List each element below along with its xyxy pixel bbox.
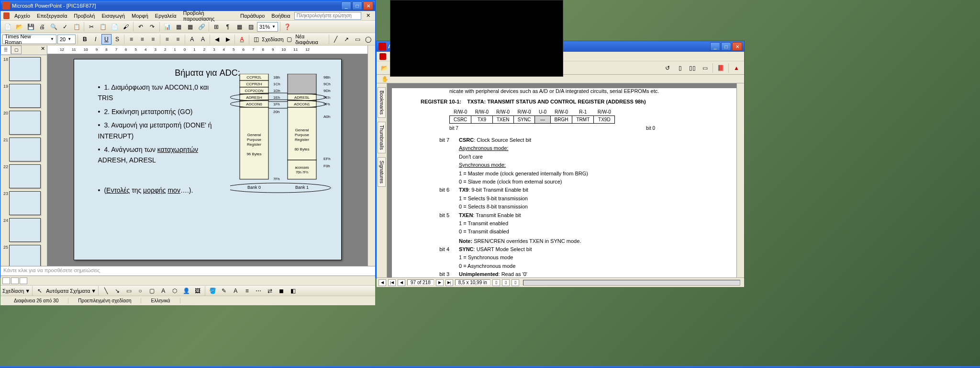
3d-tool[interactable]: ◧ [288, 286, 298, 296]
arrow-tool[interactable]: ↘ [112, 286, 122, 296]
menu-insert[interactable]: Εισαγωγή [99, 12, 128, 20]
page-layout-2-button[interactable]: ▯ [502, 279, 510, 286]
sorter-view-button[interactable] [11, 277, 19, 284]
page-number-field[interactable]: 97 of 218 [407, 279, 434, 286]
bullet-item[interactable]: 2. Εκκίνηση μετατροπής (GO) [98, 106, 218, 117]
help-search-input[interactable] [294, 12, 361, 20]
black-window[interactable] [390, 0, 563, 77]
print-button[interactable]: 🖨 [37, 22, 47, 32]
undo-button[interactable]: ↶ [135, 22, 146, 32]
arrow-style-tool[interactable]: ⇄ [265, 286, 275, 296]
tables-borders-button[interactable]: ▦ [185, 22, 195, 32]
increase-indent-button[interactable]: ▶ [223, 34, 233, 45]
line-color-tool[interactable]: ✎ [219, 286, 229, 296]
paste-button[interactable]: 📄 [109, 22, 120, 32]
pdf-facing-button[interactable]: ▭ [699, 62, 711, 74]
pdf-maximize-button[interactable]: □ [721, 42, 731, 51]
slide-thumbnail[interactable]: 19 [1, 84, 46, 108]
close-button[interactable]: ✕ [363, 1, 373, 10]
menu-close-button[interactable]: ✕ [364, 12, 372, 19]
increase-font-button[interactable]: A [187, 34, 197, 45]
prev-page-button[interactable]: ◀ [398, 279, 405, 286]
thumbnails-tab[interactable]: Thumbnails [378, 122, 386, 153]
minimize-button[interactable]: _ [341, 1, 351, 10]
underline-button[interactable]: U [101, 34, 111, 45]
decrease-indent-button[interactable]: ◀ [212, 34, 222, 45]
copy-button[interactable]: 📋 [98, 22, 108, 32]
slide-bullets[interactable]: 1. Διαμόρφωση των ADCON1,0 και TRIS 2. Ε… [84, 82, 218, 166]
research-button[interactable]: 📋 [71, 22, 82, 32]
pdf-adobe-button[interactable]: ▲ [731, 62, 742, 74]
font-combo[interactable]: Times New Roman▼ [2, 34, 56, 44]
new-slide-icon[interactable]: ▢ [285, 34, 295, 45]
hyperlink-button[interactable]: 🔗 [196, 22, 207, 32]
menu-view[interactable]: Προβολή [71, 12, 98, 20]
line-tool[interactable]: ╲ [100, 286, 111, 296]
clipart-tool[interactable]: 👤 [181, 286, 191, 296]
slide-thumbnail[interactable]: 22 [1, 164, 46, 188]
menu-window[interactable]: Παράθυρο [237, 12, 267, 20]
page-layout-1-button[interactable]: ▯ [492, 279, 500, 286]
dash-style-tool[interactable]: ⋯ [253, 286, 264, 296]
slide-thumbnail[interactable]: 23 [1, 191, 46, 215]
slide-bullets-2[interactable]: (Εντολές της μορφής mov….). [84, 185, 218, 196]
pdf-open-button[interactable]: 📂 [379, 62, 390, 74]
italic-button[interactable]: I [91, 34, 101, 45]
pdf-continuous-button[interactable]: ▯▯ [687, 62, 698, 74]
align-center-button[interactable]: ≡ [137, 34, 147, 45]
arrow-style-button[interactable]: ↗ [342, 34, 352, 45]
picture-tool[interactable]: 🖼 [192, 286, 203, 296]
shadow-tool[interactable]: ◼ [276, 286, 287, 296]
pdf-horizontal-scrollbar[interactable] [523, 280, 740, 286]
pdf-close-button[interactable]: ✕ [732, 42, 742, 51]
first-page-button[interactable]: |◀ [388, 279, 396, 286]
menu-file[interactable]: Αρχείο [11, 12, 33, 20]
slide-editor[interactable]: 1211109876543210123456789101112 Βήματα γ… [47, 46, 368, 266]
bullets-button[interactable]: ≡ [173, 34, 183, 45]
font-color-tool[interactable]: A [230, 286, 241, 296]
slide-canvas[interactable]: Βήματα για ADC: 1. Διαμόρφωση των ADCON1… [74, 59, 342, 260]
font-size-combo[interactable]: 20▼ [57, 34, 76, 44]
open-button[interactable]: 📂 [14, 22, 24, 32]
cut-button[interactable]: ✂ [86, 22, 97, 32]
menu-help[interactable]: Βοήθεια [268, 12, 293, 20]
pdf-rotate-ccw-button[interactable]: ↺ [662, 62, 673, 74]
pdf-page-view[interactable]: nicate with peripheral devices such as A… [387, 83, 736, 277]
pdf-single-page-button[interactable]: ▯ [674, 62, 686, 74]
line-button[interactable]: ╱ [331, 34, 341, 45]
draw-menu[interactable]: Σχεδίαση [2, 288, 24, 294]
new-button[interactable]: 📄 [2, 22, 13, 32]
design-label[interactable]: Σχεδίαση [262, 36, 283, 42]
notes-pane[interactable]: Κάντε κλικ για να προσθέσετε σημειώσεις [0, 266, 375, 276]
numbering-button[interactable]: ≡ [162, 34, 172, 45]
normal-view-button[interactable] [2, 277, 10, 284]
oval2-button[interactable]: ◯ [363, 34, 373, 45]
fill-color-tool[interactable]: 🪣 [207, 286, 218, 296]
chart-button[interactable]: 📊 [162, 22, 172, 32]
page-layout-3-button[interactable]: ▯ [512, 279, 519, 286]
slideshow-view-button[interactable] [20, 277, 27, 284]
shadow-button[interactable]: S [112, 34, 122, 45]
signatures-tab[interactable]: Signatures [378, 157, 386, 187]
diagram-tool[interactable]: ⬡ [169, 286, 180, 296]
spellcheck-button[interactable]: ✓ [60, 22, 70, 32]
close-pane-button[interactable]: ✕ [39, 46, 47, 55]
pdf-ebook-button[interactable]: 📕 [715, 62, 726, 74]
slides-tab[interactable]: ▢ [11, 46, 22, 54]
hand-tool[interactable]: ✋ [379, 74, 390, 84]
bullet-item[interactable]: 4. Ανάγνωση των καταχωρητών ADRESH, ADRE… [98, 144, 218, 166]
save-button[interactable]: 💾 [25, 22, 36, 32]
outline-tab[interactable]: ☰ [0, 46, 11, 54]
scroll-left-button[interactable]: ◀ [379, 279, 386, 286]
new-slide-label[interactable]: Νέα διαφάνεια [295, 34, 326, 45]
slide-thumbnail[interactable]: 24 [1, 218, 46, 242]
rectangle-button[interactable]: ▭ [353, 34, 363, 45]
vertical-scrollbar[interactable] [368, 46, 375, 266]
format-painter-button[interactable]: 🖌 [121, 22, 131, 32]
slide-thumbnail[interactable]: 25 [1, 245, 46, 266]
bookmarks-tab[interactable]: Bookmarks [378, 87, 386, 118]
show-formatting-button[interactable]: ¶ [223, 22, 233, 32]
zoom-combo[interactable]: 31%▼ [257, 22, 278, 32]
bold-button[interactable]: B [80, 34, 90, 45]
maximize-button[interactable]: □ [352, 1, 362, 10]
